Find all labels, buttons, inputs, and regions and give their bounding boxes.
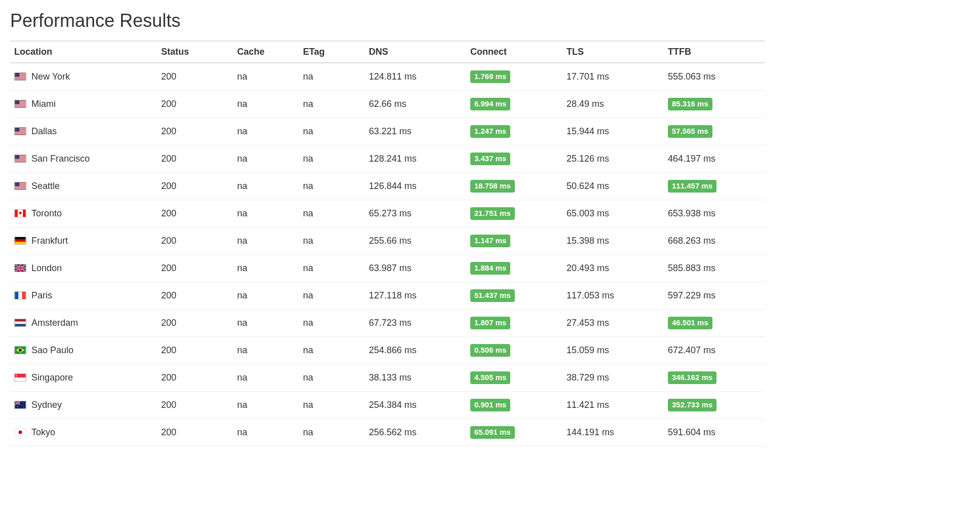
- svg-rect-31: [15, 155, 20, 159]
- cell-location: Amsterdam: [10, 310, 157, 337]
- location-name: Paris: [31, 290, 52, 300]
- cell-ttfb: 585.883 ms: [664, 255, 765, 282]
- flag-icon: [14, 428, 26, 436]
- svg-rect-5: [15, 78, 26, 79]
- cell-cache: na: [233, 63, 299, 91]
- table-row: Tokyo200nana256.562 ms65.091 ms144.191 m…: [10, 419, 765, 446]
- performance-results-page: Performance Results Location Status Cach…: [0, 0, 757, 467]
- col-tls: TLS: [562, 41, 664, 63]
- cell-cache: na: [233, 364, 299, 392]
- location-name: New York: [31, 71, 70, 82]
- cell-dns: 255.66 ms: [365, 228, 466, 255]
- table-body: New York200nana124.811 ms1.769 ms17.701 …: [10, 63, 765, 446]
- svg-point-71: [23, 402, 23, 403]
- connect-badge: 4.505 ms: [470, 371, 510, 384]
- cell-ttfb: 85.316 ms: [664, 91, 765, 118]
- svg-rect-54: [15, 319, 26, 322]
- cell-tls: 15.944 ms: [562, 118, 664, 145]
- svg-point-74: [23, 407, 24, 407]
- table-row: Dallas200nana63.221 ms1.247 ms15.944 ms5…: [10, 118, 765, 145]
- svg-rect-28: [15, 159, 26, 160]
- cell-cache: na: [233, 200, 299, 228]
- svg-rect-38: [15, 188, 26, 189]
- flag-icon: [14, 264, 26, 272]
- col-location: Location: [10, 41, 157, 63]
- cell-etag: na: [299, 145, 365, 173]
- connect-badge: 0.901 ms: [470, 399, 510, 411]
- cell-ttfb: 46.501 ms: [664, 310, 765, 337]
- cell-status: 200: [157, 310, 233, 337]
- cell-cache: na: [233, 228, 299, 255]
- svg-point-59: [19, 349, 22, 352]
- cell-location: London: [10, 255, 157, 282]
- cell-connect: 65.091 ms: [466, 419, 562, 446]
- svg-rect-45: [15, 242, 26, 244]
- cell-ttfb: 653.938 ms: [664, 200, 765, 228]
- cell-location: Dallas: [10, 118, 157, 145]
- svg-rect-12: [15, 104, 26, 105]
- cell-dns: 63.987 ms: [365, 255, 466, 282]
- cell-dns: 65.273 ms: [365, 200, 466, 228]
- cell-status: 200: [157, 200, 233, 228]
- cell-status: 200: [157, 419, 233, 446]
- flag-icon: [14, 100, 26, 108]
- ttfb-badge: 57.565 ms: [668, 125, 712, 138]
- table-row: London200nana63.987 ms1.884 ms20.493 ms5…: [10, 255, 765, 282]
- cell-tls: 25.126 ms: [562, 145, 664, 173]
- cell-connect: 4.505 ms: [466, 364, 562, 392]
- cell-tls: 28.49 ms: [562, 91, 664, 118]
- cell-connect: 1.147 ms: [466, 228, 562, 255]
- flag-icon: [14, 346, 26, 354]
- cell-tls: 17.701 ms: [562, 63, 664, 91]
- svg-rect-50: [15, 268, 26, 269]
- ttfb-badge: 111.457 ms: [668, 180, 717, 193]
- cell-ttfb: 346.162 ms: [664, 364, 765, 392]
- cell-ttfb: 672.407 ms: [664, 337, 765, 364]
- connect-badge: 3.437 ms: [470, 153, 510, 165]
- svg-rect-42: [23, 210, 25, 217]
- col-ttfb: TTFB: [664, 41, 765, 63]
- cell-status: 200: [157, 364, 233, 392]
- location-name: Tokyo: [31, 427, 55, 437]
- cell-etag: na: [299, 419, 365, 446]
- cell-location: Paris: [10, 282, 157, 310]
- svg-rect-41: [15, 210, 18, 217]
- cell-dns: 256.562 ms: [365, 419, 466, 446]
- svg-rect-55: [15, 322, 26, 324]
- results-table: Location Status Cache ETag DNS Connect T…: [10, 41, 765, 446]
- svg-rect-69: [15, 403, 21, 403]
- cell-cache: na: [233, 145, 299, 173]
- connect-badge: 1.884 ms: [470, 262, 510, 275]
- col-connect: Connect: [466, 41, 562, 63]
- cell-dns: 127.118 ms: [365, 282, 466, 310]
- svg-rect-52: [19, 292, 22, 299]
- connect-badge: 51.437 ms: [470, 289, 515, 302]
- cell-etag: na: [299, 310, 365, 337]
- cell-tls: 20.493 ms: [562, 255, 664, 282]
- cell-location: Singapore: [10, 364, 157, 392]
- svg-rect-53: [22, 292, 26, 299]
- cell-etag: na: [299, 255, 365, 282]
- svg-rect-15: [15, 100, 20, 104]
- svg-rect-23: [15, 128, 20, 132]
- cell-connect: 6.994 ms: [466, 91, 562, 118]
- cell-location: New York: [10, 63, 157, 91]
- location-name: Dallas: [31, 126, 57, 136]
- cell-tls: 11.421 ms: [562, 392, 664, 419]
- location-name: Miami: [31, 99, 56, 109]
- table-row: Sydney200nana254.384 ms0.901 ms11.421 ms…: [10, 392, 765, 419]
- cell-etag: na: [299, 337, 365, 364]
- cell-tls: 50.624 ms: [562, 173, 664, 200]
- cell-status: 200: [157, 228, 233, 255]
- cell-connect: 1.807 ms: [466, 310, 562, 337]
- cell-status: 200: [157, 173, 233, 200]
- cell-tls: 27.453 ms: [562, 310, 664, 337]
- col-status: Status: [157, 41, 233, 63]
- svg-point-63: [17, 374, 19, 376]
- flag-icon: [14, 291, 26, 299]
- cell-cache: na: [233, 255, 299, 282]
- svg-rect-4: [15, 77, 26, 78]
- table-row: New York200nana124.811 ms1.769 ms17.701 …: [10, 63, 765, 91]
- connect-badge: 18.758 ms: [470, 180, 515, 193]
- location-name: London: [31, 263, 62, 273]
